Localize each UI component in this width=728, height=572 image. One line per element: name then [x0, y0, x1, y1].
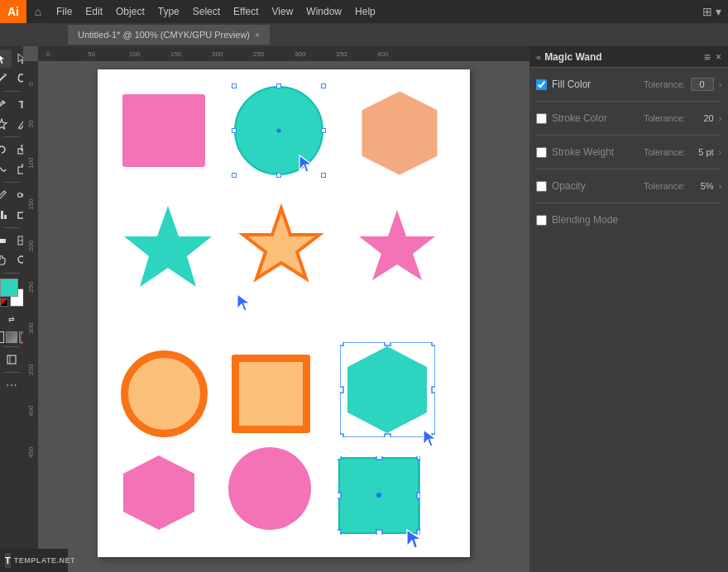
stroke-color-row: Stroke Color Tolerance: 20 ›	[536, 108, 721, 128]
svg-rect-66	[432, 387, 435, 393]
canvas-area: 0 50 100 150 200 250 300 350 400 0	[23, 46, 529, 572]
pen-tool[interactable]	[0, 95, 12, 113]
template-net-text: TEMPLATE.NET	[14, 556, 75, 565]
pink-circle-shape[interactable]	[228, 447, 311, 530]
cursor-arrow-2	[234, 291, 257, 314]
artboard[interactable]	[98, 69, 470, 557]
magic-wand-tool[interactable]	[0, 69, 12, 88]
svg-text:400: 400	[27, 405, 35, 417]
gradient-box-icon[interactable]	[6, 331, 17, 343]
blending-mode-row: Blending Mode	[536, 210, 721, 230]
fill-color-label: Fill Color	[552, 79, 639, 90]
svg-text:0: 0	[27, 82, 35, 86]
stroke-color-checkbox[interactable]	[536, 113, 547, 124]
svg-rect-10	[18, 149, 23, 154]
menu-type[interactable]: Type	[151, 0, 186, 23]
panel-close-button[interactable]: ×	[716, 51, 721, 63]
svg-marker-0	[0, 54, 4, 64]
tab-close-button[interactable]: ×	[255, 31, 260, 40]
gradient-tool[interactable]	[0, 231, 12, 250]
panel-title: Magic Wand	[544, 51, 602, 63]
left-toolbar: T	[0, 46, 23, 572]
fill-swatch[interactable]	[0, 279, 18, 297]
warp-tool[interactable]	[0, 160, 12, 179]
teal-star-shape[interactable]	[121, 202, 216, 293]
svg-rect-77	[338, 493, 341, 498]
no-fill-swatch[interactable]	[0, 298, 8, 307]
svg-rect-67	[340, 434, 343, 437]
opacity-expand-icon[interactable]: ›	[719, 182, 721, 191]
menu-select[interactable]: Select	[186, 0, 227, 23]
svg-point-6	[2, 102, 5, 104]
menu-window[interactable]: Window	[299, 0, 348, 23]
fill-color-checkbox[interactable]	[536, 79, 547, 90]
grid-icon[interactable]: ⊞	[702, 5, 712, 18]
pink-hex-shape[interactable]	[116, 451, 203, 534]
blending-mode-checkbox[interactable]	[536, 215, 547, 226]
tab-title: Untitled-1* @ 100% (CMYK/GPU Preview)	[78, 30, 250, 40]
svg-marker-55	[362, 92, 437, 174]
menu-items: File Edit Object Type Select Effect View…	[50, 0, 702, 23]
peach-hex-shape[interactable]	[354, 88, 445, 179]
stroke-weight-label: Stroke Weight	[552, 146, 639, 158]
menu-effect[interactable]: Effect	[227, 0, 265, 23]
orange-square-shape[interactable]	[232, 355, 310, 433]
svg-marker-56	[124, 206, 212, 287]
swap-colors-button[interactable]: ⇄	[2, 310, 22, 328]
opacity-checkbox[interactable]	[536, 181, 547, 192]
menu-file[interactable]: File	[50, 0, 79, 23]
teal-hex-shape[interactable]	[340, 342, 435, 437]
app-logo: Ai	[0, 0, 26, 23]
ruler-horizontal: 0 50 100 150 200 250 300 350 400	[38, 46, 529, 61]
menu-object[interactable]: Object	[109, 0, 151, 23]
menu-help[interactable]: Help	[348, 0, 382, 23]
screen-mode-button[interactable]	[2, 350, 22, 369]
svg-marker-59	[359, 210, 435, 280]
svg-text:150: 150	[27, 198, 35, 210]
stroke-tolerance-label: Tolerance:	[644, 113, 686, 123]
svg-text:200: 200	[212, 50, 223, 58]
eyedropper-tool[interactable]	[0, 186, 12, 204]
fill-box-icon[interactable]	[0, 331, 4, 343]
orange-star-shape[interactable]	[234, 202, 329, 293]
svg-text:100: 100	[129, 50, 141, 58]
teal-square-shape[interactable]	[338, 456, 420, 535]
fill-color-expand-icon[interactable]: ›	[719, 80, 721, 89]
svg-text:50: 50	[27, 120, 35, 127]
star-tool[interactable]	[0, 115, 12, 133]
swatch-controls: ⇄	[2, 310, 22, 328]
svg-rect-65	[340, 387, 343, 393]
document-tab[interactable]: Untitled-1* @ 100% (CMYK/GPU Preview) ×	[68, 25, 270, 45]
template-net-logo: T	[5, 553, 11, 568]
tab-bar: Untitled-1* @ 100% (CMYK/GPU Preview) ×	[0, 23, 728, 46]
opacity-tolerance-val: 5%	[691, 181, 714, 191]
stroke-color-expand-icon[interactable]: ›	[719, 114, 721, 123]
panel-header: « Magic Wand ≡ ×	[529, 46, 728, 68]
stroke-weight-expand-icon[interactable]: ›	[719, 148, 721, 157]
svg-rect-63	[385, 342, 390, 346]
rotate-tool[interactable]	[0, 141, 12, 159]
svg-text:0: 0	[46, 50, 50, 58]
panel-expand-icon[interactable]: «	[536, 52, 541, 62]
svg-text:50: 50	[88, 50, 95, 58]
teal-circle-shape[interactable]	[234, 86, 323, 175]
svg-line-8	[18, 127, 19, 129]
svg-text:250: 250	[27, 281, 35, 293]
column-graph-tool[interactable]	[0, 206, 12, 224]
select-tool[interactable]	[0, 50, 12, 68]
orange-circle-shape[interactable]	[121, 350, 208, 437]
menu-view[interactable]: View	[266, 0, 300, 23]
pink-star-shape[interactable]	[350, 206, 445, 293]
pink-square-shape[interactable]	[122, 94, 205, 167]
svg-rect-23	[0, 239, 6, 243]
home-icon[interactable]: ⌂	[26, 0, 50, 23]
svg-text:350: 350	[27, 364, 35, 375]
chevron-down-icon[interactable]: ▾	[716, 5, 721, 18]
hand-tool[interactable]	[0, 251, 12, 269]
panel-menu-icon[interactable]: ≡	[704, 50, 711, 64]
fill-tolerance-input[interactable]	[691, 78, 714, 91]
more-tools[interactable]: ⋯	[2, 376, 22, 394]
svg-point-73	[376, 493, 381, 498]
stroke-weight-checkbox[interactable]	[536, 147, 547, 158]
menu-edit[interactable]: Edit	[79, 0, 109, 23]
